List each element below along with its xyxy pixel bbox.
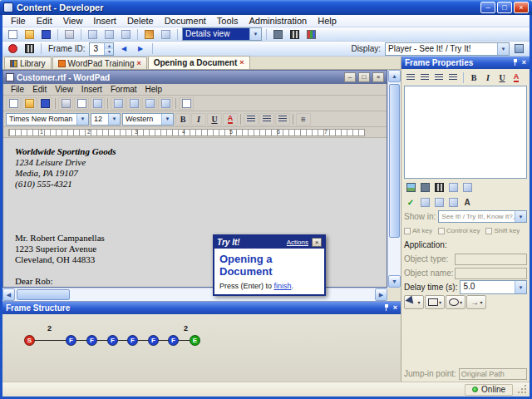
stamp-button[interactable] (158, 28, 174, 41)
film-button[interactable] (432, 181, 446, 193)
paste-button[interactable] (118, 28, 134, 41)
frame-node-f[interactable]: F (127, 335, 138, 346)
arrow-left-button[interactable] (116, 42, 131, 55)
maximize-button[interactable]: □ (497, 2, 512, 13)
menu-item-file[interactable]: File (6, 16, 31, 26)
font-name-combo[interactable]: Times New Roman ▼ (6, 113, 89, 126)
close-button[interactable]: × (514, 2, 529, 13)
frame-structure-body[interactable]: SFFFFFFE22 (2, 314, 401, 382)
wordpad-minimize-button[interactable]: – (344, 72, 356, 82)
open-folder-button[interactable] (22, 28, 37, 41)
bold-button[interactable] (467, 71, 480, 83)
arrow-right-button[interactable] (132, 42, 148, 55)
tab-close-icon[interactable]: × (136, 60, 140, 67)
menu-item-help[interactable]: Help (313, 16, 342, 26)
underline-button[interactable] (207, 113, 222, 126)
find-button[interactable] (90, 97, 105, 110)
record-button[interactable] (5, 42, 21, 55)
print-button[interactable] (58, 97, 73, 110)
font-size-combo[interactable]: 12 ▼ (91, 113, 121, 126)
scroll-left-icon[interactable]: ◀ (2, 288, 15, 301)
copy-button[interactable] (101, 28, 117, 41)
italic-button[interactable] (191, 113, 206, 126)
menu-item-administration[interactable]: Administration (244, 16, 313, 26)
copy-button[interactable] (432, 196, 446, 208)
frame-node-f[interactable]: F (66, 335, 76, 346)
align-left-button[interactable] (244, 113, 259, 126)
menu-item-delete[interactable]: Delete (122, 16, 159, 26)
check-button[interactable] (404, 196, 417, 208)
menu-item-edit[interactable]: Edit (32, 16, 57, 26)
finish-link[interactable]: finish (274, 282, 292, 290)
frame-editor-canvas[interactable]: Customer.rtf - WordPad – □ × FileEditVie… (2, 70, 401, 301)
frame-note-textarea[interactable] (404, 86, 527, 179)
wordpad-menu-edit[interactable]: Edit (28, 85, 51, 94)
checkbox-control-key[interactable]: Control key (438, 227, 480, 234)
wordpad-menu-view[interactable]: View (51, 85, 77, 94)
frame-node-f[interactable]: F (168, 335, 179, 346)
frame-node-f[interactable]: F (107, 335, 118, 346)
italic-button[interactable] (481, 71, 495, 83)
close-panel-icon[interactable]: × (522, 59, 526, 66)
frame-properties-header[interactable]: Frame Properties × (401, 57, 530, 69)
wordpad-menu-format[interactable]: Format (106, 85, 141, 94)
tryit-title-bar[interactable]: Try It! Actions × (214, 236, 324, 249)
wordpad-document[interactable]: Worldwide Sporting Goods1234 Leisure Dri… (3, 138, 387, 287)
new-page-button[interactable] (6, 97, 21, 110)
wordpad-menu-file[interactable]: File (7, 85, 28, 94)
scroll-down-icon[interactable]: ▼ (388, 275, 401, 288)
undo-button[interactable] (158, 97, 173, 110)
menu-item-view[interactable]: View (58, 16, 88, 26)
frame-node-s[interactable]: S (24, 335, 35, 346)
display-combo[interactable]: Player - See It! / Try It! ▼ (385, 42, 510, 56)
font-button[interactable] (461, 196, 474, 208)
attach-button[interactable] (446, 181, 460, 193)
frame-id-spinner[interactable]: 3 ▲▼ (89, 42, 114, 56)
delay-time-combo[interactable]: 5.0 ▼ (460, 280, 527, 294)
scroll-up-icon[interactable]: ▲ (388, 70, 401, 82)
bullets-button[interactable] (296, 113, 311, 126)
tryit-actions-link[interactable]: Actions (287, 239, 308, 246)
pin-icon[interactable] (383, 304, 390, 312)
paste-button[interactable] (446, 196, 460, 208)
view-mode-combo[interactable]: Details view ▼ (182, 27, 262, 41)
line-arrow-button[interactable]: ▾ (466, 295, 486, 309)
save-disk-button[interactable] (37, 97, 52, 110)
font-color-button[interactable] (223, 113, 238, 126)
save-disk-button[interactable] (38, 28, 54, 41)
align-right-button[interactable] (432, 71, 446, 83)
print-button[interactable] (62, 28, 77, 41)
camera-button[interactable] (418, 181, 431, 193)
rectangle-button[interactable]: ▾ (425, 295, 445, 309)
bold-button[interactable] (175, 113, 190, 126)
menu-item-insert[interactable]: Insert (88, 16, 121, 26)
link-button[interactable] (461, 181, 474, 193)
tab-opening-a-document[interactable]: Opening a Document× (148, 56, 250, 69)
wordpad-close-button[interactable]: × (372, 72, 384, 82)
film-button[interactable] (287, 28, 303, 41)
cut-button[interactable] (418, 196, 431, 208)
tab-wordpad-training[interactable]: WordPad Training× (52, 57, 147, 69)
minimize-button[interactable]: – (480, 2, 495, 13)
wordpad-capture[interactable]: Customer.rtf - WordPad – □ × FileEditVie… (2, 70, 387, 288)
tryit-dialog[interactable]: Try It! Actions × Opening a Document Pre… (213, 234, 326, 296)
title-bar[interactable]: Content - Developer – □ × (0, 0, 532, 15)
frame-node-f[interactable]: F (148, 335, 159, 346)
script-combo[interactable]: Western ▼ (122, 113, 174, 126)
align-center-button[interactable] (418, 71, 431, 83)
camera-button[interactable] (270, 28, 286, 41)
align-right-button[interactable] (275, 113, 290, 126)
frame-node-f[interactable]: F (86, 335, 97, 346)
checkbox-alt-key[interactable]: Alt key (404, 227, 432, 234)
cut-button[interactable] (111, 97, 126, 110)
wordpad-menu-help[interactable]: Help (141, 85, 167, 94)
print-preview-button[interactable] (74, 97, 89, 110)
image-button[interactable] (404, 181, 417, 193)
tab-library[interactable]: Library (4, 57, 52, 69)
film-button[interactable] (22, 42, 37, 55)
frame-node-e[interactable]: E (190, 335, 200, 346)
pencil-button[interactable] (141, 28, 157, 41)
spin-up-icon[interactable]: ▲ (104, 43, 113, 49)
vertical-scroll-thumb[interactable] (389, 84, 400, 238)
vertical-scrollbar[interactable]: ▲ ▼ (387, 70, 401, 288)
